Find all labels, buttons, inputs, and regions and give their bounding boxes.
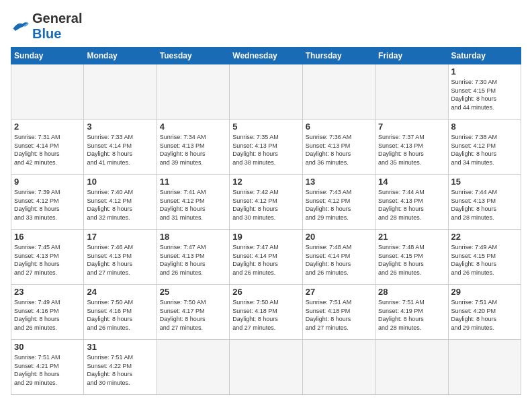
day-info: Sunrise: 7:49 AM Sunset: 4:16 PM Dayligh…: [14, 298, 81, 332]
logo-text: GeneralBlue: [32, 11, 82, 41]
calendar-cell: 18Sunrise: 7:47 AM Sunset: 4:13 PM Dayli…: [157, 230, 229, 285]
calendar-cell: 23Sunrise: 7:49 AM Sunset: 4:16 PM Dayli…: [11, 285, 84, 340]
calendar-cell: [375, 340, 448, 395]
weekday-header: Monday: [84, 48, 157, 64]
day-number: 29: [451, 287, 518, 297]
day-info: Sunrise: 7:51 AM Sunset: 4:18 PM Dayligh…: [306, 298, 372, 332]
day-info: Sunrise: 7:43 AM Sunset: 4:12 PM Dayligh…: [306, 188, 372, 222]
calendar-cell: 12Sunrise: 7:42 AM Sunset: 4:12 PM Dayli…: [230, 175, 302, 230]
day-number: 8: [451, 122, 518, 132]
calendar-cell: 24Sunrise: 7:50 AM Sunset: 4:16 PM Dayli…: [84, 285, 157, 340]
calendar-cell: 25Sunrise: 7:50 AM Sunset: 4:17 PM Dayli…: [157, 285, 229, 340]
day-number: 7: [378, 122, 445, 132]
day-number: 23: [14, 287, 81, 297]
day-number: 16: [14, 232, 81, 242]
day-info: Sunrise: 7:51 AM Sunset: 4:21 PM Dayligh…: [14, 353, 81, 387]
day-number: 5: [232, 122, 299, 132]
calendar-cell: 16Sunrise: 7:45 AM Sunset: 4:13 PM Dayli…: [11, 230, 84, 285]
calendar-cell: [157, 64, 229, 120]
day-number: 28: [378, 287, 445, 297]
weekday-header: Sunday: [11, 48, 84, 64]
calendar-row: 30Sunrise: 7:51 AM Sunset: 4:21 PM Dayli…: [11, 340, 521, 395]
calendar-cell: 29Sunrise: 7:51 AM Sunset: 4:20 PM Dayli…: [448, 285, 521, 340]
day-info: Sunrise: 7:34 AM Sunset: 4:13 PM Dayligh…: [160, 133, 226, 167]
day-info: Sunrise: 7:51 AM Sunset: 4:22 PM Dayligh…: [87, 353, 153, 387]
calendar-cell: [230, 64, 302, 120]
day-number: 26: [232, 287, 299, 297]
calendar-row: 9Sunrise: 7:39 AM Sunset: 4:12 PM Daylig…: [11, 175, 521, 230]
day-info: Sunrise: 7:39 AM Sunset: 4:12 PM Dayligh…: [14, 188, 81, 222]
weekday-header: Thursday: [302, 48, 375, 64]
weekday-header: Saturday: [448, 48, 521, 64]
day-info: Sunrise: 7:50 AM Sunset: 4:17 PM Dayligh…: [160, 298, 226, 332]
day-info: Sunrise: 7:51 AM Sunset: 4:19 PM Dayligh…: [378, 298, 445, 332]
day-info: Sunrise: 7:31 AM Sunset: 4:14 PM Dayligh…: [14, 133, 81, 167]
day-number: 12: [232, 177, 299, 187]
calendar-row: 2Sunrise: 7:31 AM Sunset: 4:14 PM Daylig…: [11, 120, 521, 175]
day-number: 21: [378, 232, 445, 242]
day-info: Sunrise: 7:51 AM Sunset: 4:20 PM Dayligh…: [451, 298, 518, 332]
calendar-cell: 3Sunrise: 7:33 AM Sunset: 4:14 PM Daylig…: [84, 120, 157, 175]
day-number: 20: [306, 232, 372, 242]
calendar-cell: 14Sunrise: 7:44 AM Sunset: 4:13 PM Dayli…: [375, 175, 448, 230]
calendar-cell: 20Sunrise: 7:48 AM Sunset: 4:14 PM Dayli…: [302, 230, 375, 285]
calendar-cell: [230, 340, 302, 395]
day-number: 31: [87, 342, 153, 352]
calendar-cell: 5Sunrise: 7:35 AM Sunset: 4:13 PM Daylig…: [230, 120, 302, 175]
calendar-cell: [375, 64, 448, 120]
day-info: Sunrise: 7:47 AM Sunset: 4:14 PM Dayligh…: [232, 243, 299, 277]
calendar-header-row: SundayMondayTuesdayWednesdayThursdayFrid…: [11, 48, 521, 64]
logo: GeneralBlue: [11, 11, 82, 42]
day-number: 10: [87, 177, 153, 187]
calendar-cell: 19Sunrise: 7:47 AM Sunset: 4:14 PM Dayli…: [230, 230, 302, 285]
day-number: 11: [160, 177, 226, 187]
calendar-row: 23Sunrise: 7:49 AM Sunset: 4:16 PM Dayli…: [11, 285, 521, 340]
day-info: Sunrise: 7:38 AM Sunset: 4:12 PM Dayligh…: [451, 133, 518, 167]
weekday-header: Friday: [375, 48, 448, 64]
calendar-cell: [302, 64, 375, 120]
weekday-header: Tuesday: [157, 48, 229, 64]
day-info: Sunrise: 7:50 AM Sunset: 4:16 PM Dayligh…: [87, 298, 153, 332]
day-number: 13: [306, 177, 372, 187]
day-info: Sunrise: 7:48 AM Sunset: 4:14 PM Dayligh…: [306, 243, 372, 277]
calendar-row: 1Sunrise: 7:30 AM Sunset: 4:15 PM Daylig…: [11, 64, 521, 120]
day-info: Sunrise: 7:49 AM Sunset: 4:15 PM Dayligh…: [451, 243, 518, 277]
calendar-cell: 10Sunrise: 7:40 AM Sunset: 4:12 PM Dayli…: [84, 175, 157, 230]
calendar-cell: 30Sunrise: 7:51 AM Sunset: 4:21 PM Dayli…: [11, 340, 84, 395]
day-info: Sunrise: 7:45 AM Sunset: 4:13 PM Dayligh…: [14, 243, 81, 277]
calendar-cell: 26Sunrise: 7:50 AM Sunset: 4:18 PM Dayli…: [230, 285, 302, 340]
calendar-row: 16Sunrise: 7:45 AM Sunset: 4:13 PM Dayli…: [11, 230, 521, 285]
calendar-cell: [84, 64, 157, 120]
calendar-cell: 7Sunrise: 7:37 AM Sunset: 4:13 PM Daylig…: [375, 120, 448, 175]
day-number: 18: [160, 232, 226, 242]
day-info: Sunrise: 7:42 AM Sunset: 4:12 PM Dayligh…: [232, 188, 299, 222]
day-number: 6: [306, 122, 372, 132]
day-info: Sunrise: 7:35 AM Sunset: 4:13 PM Dayligh…: [232, 133, 299, 167]
calendar-cell: [302, 340, 375, 395]
day-number: 24: [87, 287, 153, 297]
day-number: 22: [451, 232, 518, 242]
calendar-cell: 11Sunrise: 7:41 AM Sunset: 4:12 PM Dayli…: [157, 175, 229, 230]
day-number: 30: [14, 342, 81, 352]
calendar-cell: 27Sunrise: 7:51 AM Sunset: 4:18 PM Dayli…: [302, 285, 375, 340]
calendar-cell: [157, 340, 229, 395]
day-info: Sunrise: 7:48 AM Sunset: 4:15 PM Dayligh…: [378, 243, 445, 277]
day-number: 3: [87, 122, 153, 132]
calendar-cell: 4Sunrise: 7:34 AM Sunset: 4:13 PM Daylig…: [157, 120, 229, 175]
day-info: Sunrise: 7:33 AM Sunset: 4:14 PM Dayligh…: [87, 133, 153, 167]
day-number: 25: [160, 287, 226, 297]
day-number: 2: [14, 122, 81, 132]
calendar-cell: 6Sunrise: 7:36 AM Sunset: 4:13 PM Daylig…: [302, 120, 375, 175]
calendar-cell: 1Sunrise: 7:30 AM Sunset: 4:15 PM Daylig…: [448, 64, 521, 120]
calendar-cell: [11, 64, 84, 120]
day-info: Sunrise: 7:47 AM Sunset: 4:13 PM Dayligh…: [160, 243, 226, 277]
calendar-cell: 31Sunrise: 7:51 AM Sunset: 4:22 PM Dayli…: [84, 340, 157, 395]
calendar-cell: 28Sunrise: 7:51 AM Sunset: 4:19 PM Dayli…: [375, 285, 448, 340]
day-info: Sunrise: 7:50 AM Sunset: 4:18 PM Dayligh…: [232, 298, 299, 332]
day-info: Sunrise: 7:44 AM Sunset: 4:13 PM Dayligh…: [378, 188, 445, 222]
calendar-cell: 21Sunrise: 7:48 AM Sunset: 4:15 PM Dayli…: [375, 230, 448, 285]
day-info: Sunrise: 7:46 AM Sunset: 4:13 PM Dayligh…: [87, 243, 153, 277]
calendar-cell: 8Sunrise: 7:38 AM Sunset: 4:12 PM Daylig…: [448, 120, 521, 175]
day-info: Sunrise: 7:36 AM Sunset: 4:13 PM Dayligh…: [306, 133, 372, 167]
day-number: 4: [160, 122, 226, 132]
